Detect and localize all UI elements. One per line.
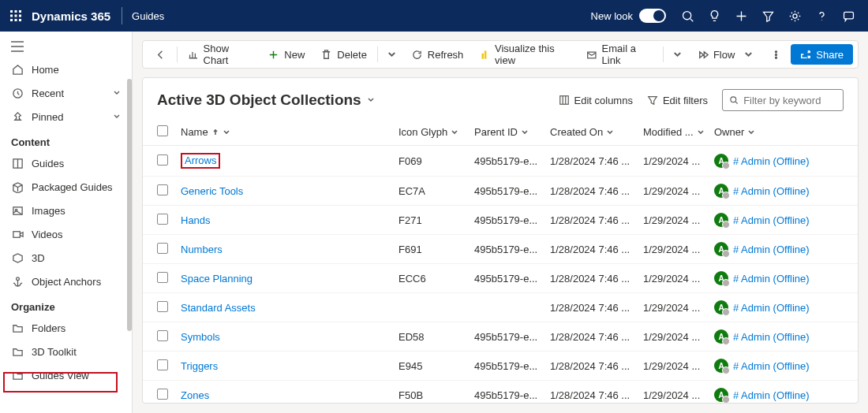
nav-packaged[interactable]: Packaged Guides <box>0 175 132 199</box>
row-checkbox[interactable] <box>157 389 168 400</box>
hamburger-icon[interactable] <box>0 36 132 58</box>
table-row[interactable]: ZonesF50B495b5179-e...1/28/2024 7:46 ...… <box>143 381 858 404</box>
row-name-link[interactable]: Symbols <box>181 331 220 343</box>
help-icon[interactable] <box>808 0 835 32</box>
avatar: A <box>714 213 728 227</box>
row-name-link[interactable]: Standard Assets <box>181 302 256 314</box>
table-row[interactable]: Standard Assets1/28/2024 7:46 ...1/29/20… <box>143 293 858 322</box>
edit-filters-button[interactable]: Edit filters <box>647 95 708 106</box>
owner-link[interactable]: # Admin (Offline) <box>733 273 810 285</box>
owner-link[interactable]: # Admin (Offline) <box>733 214 810 226</box>
nav-guides[interactable]: Guides <box>0 151 132 175</box>
svg-point-22 <box>776 54 777 55</box>
row-checkbox[interactable] <box>157 243 168 254</box>
row-name-link[interactable]: Arrows <box>185 154 216 166</box>
nav-pinned[interactable]: Pinned <box>0 105 132 128</box>
table-row[interactable]: SymbolsED58495b5179-e...1/28/2024 7:46 .… <box>143 322 858 352</box>
avatar: A <box>714 329 728 344</box>
nav-home[interactable]: Home <box>0 58 132 81</box>
row-checkbox[interactable] <box>157 214 168 225</box>
svg-point-25 <box>731 97 736 102</box>
plus-icon[interactable] <box>728 0 754 32</box>
nav-images[interactable]: Images <box>0 199 132 222</box>
scrollbar[interactable] <box>127 79 132 331</box>
row-checkbox[interactable] <box>157 301 168 312</box>
app-name-label: Guides <box>132 10 164 22</box>
column-header-owner[interactable]: Owner <box>714 126 853 138</box>
svg-rect-0 <box>10 10 13 13</box>
svg-point-9 <box>683 11 690 19</box>
avatar: A <box>714 359 728 373</box>
back-button[interactable] <box>148 41 174 68</box>
owner-link[interactable]: # Admin (Offline) <box>733 244 810 255</box>
owner-link[interactable]: # Admin (Offline) <box>733 360 810 372</box>
edit-columns-button[interactable]: Edit columns <box>559 95 633 106</box>
owner-link[interactable]: # Admin (Offline) <box>733 331 810 343</box>
row-checkbox[interactable] <box>157 184 168 195</box>
lightbulb-icon[interactable] <box>701 0 728 32</box>
nav-folders[interactable]: Folders <box>0 316 132 340</box>
new-look-toggle[interactable]: New look <box>591 9 666 23</box>
table-row[interactable]: NumbersF691495b5179-e...1/28/2024 7:46 .… <box>143 235 858 264</box>
svg-rect-1 <box>15 10 17 13</box>
nav-videos-label: Videos <box>32 229 63 240</box>
toggle-switch[interactable] <box>639 9 666 23</box>
overflow-button[interactable] <box>763 41 789 68</box>
column-header-modified[interactable]: Modified ... <box>643 126 705 138</box>
new-button[interactable]: New <box>260 41 312 68</box>
app-launcher-icon[interactable] <box>6 6 25 25</box>
owner-link[interactable]: # Admin (Offline) <box>733 155 810 167</box>
share-button[interactable]: Share <box>791 44 853 65</box>
nav-3d[interactable]: 3D <box>0 246 132 270</box>
brand-label: Dynamics 365 <box>32 9 110 23</box>
nav-guides-view[interactable]: Guides View <box>0 363 132 387</box>
email-dropdown[interactable] <box>667 41 688 68</box>
gear-icon[interactable] <box>781 0 808 32</box>
row-name-link[interactable]: Zones <box>181 389 209 401</box>
view-title[interactable]: Active 3D Object Collections <box>157 91 376 109</box>
row-name-link[interactable]: Numbers <box>181 244 223 255</box>
column-header-name[interactable]: Name <box>181 126 389 138</box>
row-checkbox[interactable] <box>157 359 168 370</box>
nav-3d-toolkit[interactable]: 3D Toolkit <box>0 340 132 363</box>
column-header-parent[interactable]: Parent ID <box>474 126 541 138</box>
nav-videos[interactable]: Videos <box>0 222 132 246</box>
row-name-link[interactable]: Triggers <box>181 360 218 372</box>
nav-recent[interactable]: Recent <box>0 81 132 105</box>
refresh-button[interactable]: Refresh <box>404 41 471 68</box>
select-all-checkbox[interactable] <box>157 125 168 136</box>
nav-anchors[interactable]: Object Anchors <box>0 270 132 293</box>
row-name-link[interactable]: Hands <box>181 214 211 226</box>
row-checkbox[interactable] <box>157 154 168 166</box>
column-header-created[interactable]: Created On <box>550 126 634 138</box>
table-row[interactable]: TriggersE945495b5179-e...1/28/2024 7:46 … <box>143 352 858 381</box>
chat-icon[interactable] <box>835 0 862 32</box>
search-icon[interactable] <box>674 0 701 32</box>
visualize-button[interactable]: Visualize this view <box>472 41 578 68</box>
row-checkbox[interactable] <box>157 330 168 341</box>
column-header-icon[interactable]: Icon Glyph <box>398 126 465 138</box>
row-name-link[interactable]: Generic Tools <box>181 185 243 197</box>
owner-link[interactable]: # Admin (Offline) <box>733 185 810 197</box>
owner-link[interactable]: # Admin (Offline) <box>733 389 810 401</box>
table-row[interactable]: ArrowsF069495b5179-e...1/28/2024 7:46 ..… <box>143 146 858 177</box>
delete-dropdown[interactable] <box>381 41 402 68</box>
divider <box>122 7 122 24</box>
email-link-button[interactable]: Email a Link <box>579 41 660 68</box>
delete-button[interactable]: Delete <box>313 41 374 68</box>
table-row[interactable]: HandsF271495b5179-e...1/28/2024 7:46 ...… <box>143 206 858 235</box>
table-row[interactable]: Generic ToolsEC7A495b5179-e...1/28/2024 … <box>143 177 858 206</box>
flow-button[interactable]: Flow <box>690 41 761 68</box>
filter-icon[interactable] <box>754 0 781 32</box>
nav-anchors-label: Object Anchors <box>32 276 101 288</box>
table-row[interactable]: Space PlanningECC6495b5179-e...1/28/2024… <box>143 264 858 293</box>
search-field[interactable] <box>743 95 836 106</box>
search-input[interactable] <box>722 89 844 111</box>
svg-rect-2 <box>19 10 21 13</box>
row-checkbox[interactable] <box>157 272 168 283</box>
show-chart-button[interactable]: Show Chart <box>181 41 259 68</box>
data-table: Name Icon Glyph Parent ID Created On Mod… <box>143 119 858 403</box>
owner-link[interactable]: # Admin (Offline) <box>733 302 810 314</box>
svg-rect-3 <box>10 15 13 17</box>
row-name-link[interactable]: Space Planning <box>181 273 253 285</box>
